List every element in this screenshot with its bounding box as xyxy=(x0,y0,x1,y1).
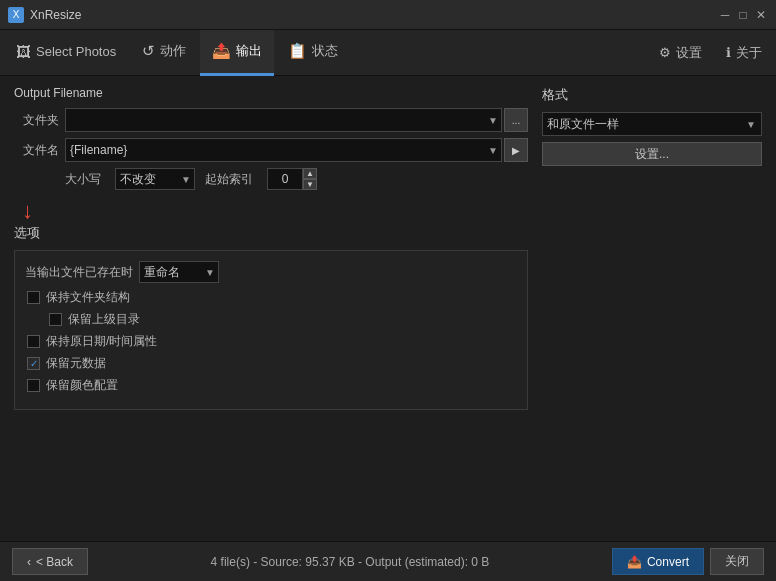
bottom-right: 📤 Convert 关闭 xyxy=(612,548,764,575)
checkbox-keep-parent: 保留上级目录 xyxy=(25,311,517,328)
checkbox-keep-color: 保留颜色配置 xyxy=(25,377,517,394)
nav-bar: 🖼 Select Photos ↺ 动作 📤 输出 📋 状态 ⚙ 设置 ℹ 关于 xyxy=(0,30,776,76)
left-section: Output Filename 文件夹 ▼ ... 文件名 xyxy=(14,86,528,410)
bottom-bar: ‹ < Back 4 file(s) - Source: 95.37 KB - … xyxy=(0,541,776,581)
index-input[interactable] xyxy=(267,168,303,190)
xuanxiang-label: 选项 xyxy=(14,224,528,242)
maximize-button[interactable]: □ xyxy=(736,8,750,22)
back-icon: ‹ xyxy=(27,555,31,569)
output-icon: 📤 xyxy=(212,42,231,60)
back-button[interactable]: ‹ < Back xyxy=(12,548,88,575)
action-icon: ↺ xyxy=(142,42,155,60)
nav-right: ⚙ 设置 ℹ 关于 xyxy=(649,40,772,66)
red-arrow-icon: ↓ xyxy=(22,198,33,223)
titlebar-title: XnResize xyxy=(30,8,81,22)
settings-nav-icon: ⚙ xyxy=(659,45,671,60)
folder-input-group: ▼ ... xyxy=(65,108,528,132)
keep-date-label: 保持原日期/时间属性 xyxy=(46,333,157,350)
case-select[interactable]: 不改变 小写 大写 xyxy=(115,168,195,190)
case-select-wrap: 不改变 小写 大写 ▼ xyxy=(115,168,195,190)
case-index-row: 大小写 不改变 小写 大写 ▼ 起始索引 ▲ ▼ xyxy=(14,168,528,190)
tab-action-label: 动作 xyxy=(160,42,186,60)
keep-meta-checkbox[interactable] xyxy=(27,357,40,370)
folder-input[interactable] xyxy=(65,108,502,132)
titlebar-left: X XnResize xyxy=(8,7,81,23)
convert-icon: 📤 xyxy=(627,555,642,569)
close-action-label: 关闭 xyxy=(725,553,749,570)
about-nav-icon: ℹ xyxy=(726,45,731,60)
about-nav-button[interactable]: ℹ 关于 xyxy=(716,40,772,66)
convert-button[interactable]: 📤 Convert xyxy=(612,548,704,575)
checkbox-keep-date: 保持原日期/时间属性 xyxy=(25,333,517,350)
keep-parent-label: 保留上级目录 xyxy=(68,311,140,328)
tab-status-label: 状态 xyxy=(312,42,338,60)
output-filename-area: Output Filename 文件夹 ▼ ... 文件名 xyxy=(14,86,762,410)
tab-output[interactable]: 📤 输出 xyxy=(200,30,274,76)
filename-select-wrap: {Filename} ▼ xyxy=(65,138,502,162)
settings-nav-button[interactable]: ⚙ 设置 xyxy=(649,40,712,66)
convert-label: Convert xyxy=(647,555,689,569)
filename-label: 文件名 xyxy=(14,142,59,159)
options-box: 当输出文件已存在时 重命名 跳过 覆盖 ▼ 保持文件夹结构 xyxy=(14,250,528,410)
status-text: 4 file(s) - Source: 95.37 KB - Output (e… xyxy=(211,555,490,569)
format-title: 格式 xyxy=(542,86,762,104)
filename-select[interactable]: {Filename} xyxy=(65,138,502,162)
close-button[interactable]: ✕ xyxy=(754,8,768,22)
arrow-container: ↓ xyxy=(14,198,528,224)
folder-browse-button[interactable]: ... xyxy=(504,108,528,132)
back-label: < Back xyxy=(36,555,73,569)
filename-input-group: {Filename} ▼ ▶ xyxy=(65,138,528,162)
right-section: 格式 和原文件一样 JPEG PNG BMP TIFF WebP ▼ 设置... xyxy=(542,86,762,410)
keep-meta-label: 保留元数据 xyxy=(46,355,106,372)
app-icon: X xyxy=(8,7,24,23)
select-photos-icon: 🖼 xyxy=(16,43,31,60)
index-spinner-btns: ▲ ▼ xyxy=(303,168,317,190)
keep-color-label: 保留颜色配置 xyxy=(46,377,118,394)
tab-select-photos-label: Select Photos xyxy=(36,44,116,59)
status-icon: 📋 xyxy=(288,42,307,60)
format-select-wrap: 和原文件一样 JPEG PNG BMP TIFF WebP ▼ xyxy=(542,112,762,136)
keep-folder-label: 保持文件夹结构 xyxy=(46,289,130,306)
titlebar-controls: ─ □ ✕ xyxy=(718,8,768,22)
filename-play-button[interactable]: ▶ xyxy=(504,138,528,162)
keep-folder-checkbox[interactable] xyxy=(27,291,40,304)
case-label: 大小写 xyxy=(65,171,101,188)
folder-label: 文件夹 xyxy=(14,112,59,129)
format-select[interactable]: 和原文件一样 JPEG PNG BMP TIFF WebP xyxy=(542,112,762,136)
when-exists-row: 当输出文件已存在时 重命名 跳过 覆盖 ▼ xyxy=(25,261,517,283)
format-settings-button[interactable]: 设置... xyxy=(542,142,762,166)
when-exists-select-wrap: 重命名 跳过 覆盖 ▼ xyxy=(139,261,219,283)
when-exists-label: 当输出文件已存在时 xyxy=(25,264,133,281)
about-nav-label: 关于 xyxy=(736,44,762,62)
index-up-button[interactable]: ▲ xyxy=(303,168,317,179)
index-label: 起始索引 xyxy=(205,171,253,188)
folder-row: 文件夹 ▼ ... xyxy=(14,108,528,132)
checkbox-keep-meta: 保留元数据 xyxy=(25,355,517,372)
checkbox-keep-folder: 保持文件夹结构 xyxy=(25,289,517,306)
folder-select-wrap: ▼ xyxy=(65,108,502,132)
tab-select-photos[interactable]: 🖼 Select Photos xyxy=(4,30,128,76)
nav-left: 🖼 Select Photos ↺ 动作 📤 输出 📋 状态 xyxy=(4,30,350,76)
tab-status[interactable]: 📋 状态 xyxy=(276,30,350,76)
keep-date-checkbox[interactable] xyxy=(27,335,40,348)
when-exists-select[interactable]: 重命名 跳过 覆盖 xyxy=(139,261,219,283)
minimize-button[interactable]: ─ xyxy=(718,8,732,22)
settings-nav-label: 设置 xyxy=(676,44,702,62)
titlebar: X XnResize ─ □ ✕ xyxy=(0,0,776,30)
output-filename-title: Output Filename xyxy=(14,86,528,100)
main-content: Output Filename 文件夹 ▼ ... 文件名 xyxy=(0,76,776,541)
keep-parent-checkbox[interactable] xyxy=(49,313,62,326)
keep-color-checkbox[interactable] xyxy=(27,379,40,392)
index-down-button[interactable]: ▼ xyxy=(303,179,317,190)
tab-action[interactable]: ↺ 动作 xyxy=(130,30,198,76)
index-spinner: ▲ ▼ xyxy=(267,168,317,190)
close-action-button[interactable]: 关闭 xyxy=(710,548,764,575)
tab-output-label: 输出 xyxy=(236,42,262,60)
filename-row: 文件名 {Filename} ▼ ▶ xyxy=(14,138,528,162)
